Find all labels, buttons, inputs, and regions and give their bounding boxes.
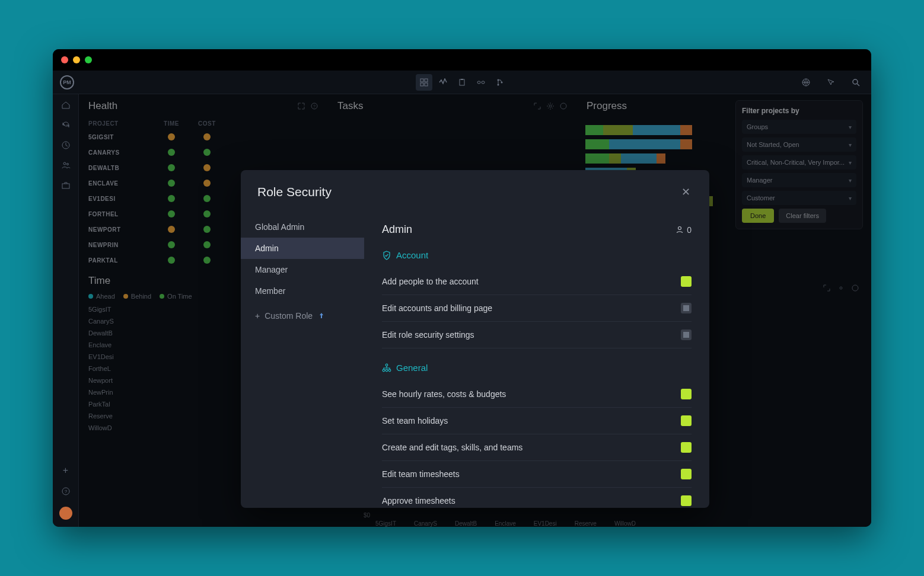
svg-point-14 <box>63 162 66 165</box>
permission-row: Add people to the account <box>382 268 692 295</box>
toolbar-right <box>798 74 864 91</box>
permission-checkbox[interactable] <box>681 329 692 340</box>
permission-checkbox[interactable] <box>681 415 692 426</box>
role-item[interactable]: Global Admin <box>241 216 364 238</box>
view-branch-icon[interactable] <box>492 74 508 91</box>
svg-rect-2 <box>420 83 423 86</box>
permission-checkbox[interactable] <box>681 495 692 506</box>
role-item[interactable]: Member <box>241 280 364 302</box>
modal-overlay: Role Security ✕ Global AdminAdminManager… <box>79 94 871 527</box>
svg-text:?: ? <box>64 489 67 494</box>
toolbar-center <box>416 74 508 91</box>
svg-point-29 <box>388 369 391 372</box>
svg-point-15 <box>66 164 68 165</box>
avatar[interactable] <box>59 507 72 520</box>
permission-label: Edit role security settings <box>382 330 474 340</box>
permission-label: Edit accounts and billing page <box>382 303 492 313</box>
role-item[interactable]: Manager <box>241 259 364 280</box>
view-activity-icon[interactable] <box>435 74 451 91</box>
main: + ? Health ? PROJECTTIMECOST5GIGSITCANAR… <box>53 94 871 527</box>
traffic-close[interactable] <box>61 56 68 63</box>
logo[interactable]: PM <box>60 75 74 89</box>
svg-rect-1 <box>425 79 428 82</box>
app-window: PM + ? <box>53 49 871 527</box>
general-section-title: General <box>382 363 692 373</box>
permission-row: Set team holidays <box>382 408 692 434</box>
permission-checkbox[interactable] <box>681 389 692 399</box>
people-icon[interactable] <box>61 161 71 170</box>
search-icon[interactable] <box>847 74 864 91</box>
role-detail: Admin 0 Account <box>364 212 709 508</box>
cursor-icon[interactable] <box>823 74 839 91</box>
permission-checkbox[interactable] <box>681 276 692 287</box>
svg-point-27 <box>383 369 385 372</box>
modal-title: Role Security <box>257 185 332 199</box>
custom-role-button[interactable]: +Custom Role <box>241 302 364 330</box>
permission-row: Edit team timesheets <box>382 461 692 488</box>
permission-row: Create and edit tags, skills, and teams <box>382 434 692 461</box>
refresh-icon[interactable] <box>61 120 71 130</box>
permission-label: Set team holidays <box>382 416 448 425</box>
mac-titlebar <box>53 49 871 71</box>
traffic-minimize[interactable] <box>73 56 80 63</box>
plus-icon: + <box>255 311 260 321</box>
globe-icon[interactable] <box>798 74 814 91</box>
content: Health ? PROJECTTIMECOST5GIGSITCANARYSDE… <box>79 94 871 527</box>
topbar: PM <box>53 71 871 94</box>
svg-rect-5 <box>461 79 463 80</box>
add-icon[interactable]: + <box>63 465 68 476</box>
help-icon[interactable]: ? <box>61 487 71 496</box>
selected-role-name: Admin <box>382 223 412 236</box>
briefcase-icon[interactable] <box>61 181 71 190</box>
svg-point-26 <box>385 364 388 366</box>
view-link-icon[interactable] <box>473 74 489 91</box>
permission-row: See hourly rates, costs & budgets <box>382 381 692 408</box>
permission-row: Approve timesheets <box>382 488 692 508</box>
permission-checkbox[interactable] <box>681 469 692 479</box>
svg-point-25 <box>678 226 681 229</box>
clock-icon[interactable] <box>61 140 71 150</box>
permission-checkbox[interactable] <box>681 303 692 313</box>
permission-label: See hourly rates, costs & budgets <box>382 389 506 399</box>
view-clipboard-icon[interactable] <box>454 74 470 91</box>
account-section-title: Account <box>382 250 692 260</box>
role-member-count: 0 <box>676 225 692 235</box>
svg-rect-4 <box>460 79 464 85</box>
org-icon <box>382 363 391 373</box>
svg-rect-7 <box>482 81 485 84</box>
svg-point-28 <box>385 369 388 372</box>
person-icon <box>676 226 684 234</box>
svg-rect-0 <box>420 79 423 82</box>
left-rail: + ? <box>53 94 79 527</box>
permission-row: Edit accounts and billing page <box>382 295 692 322</box>
role-list: Global AdminAdminManagerMember+Custom Ro… <box>241 212 364 508</box>
home-icon[interactable] <box>61 100 71 110</box>
svg-rect-6 <box>477 81 480 84</box>
shield-icon <box>382 251 391 260</box>
permission-label: Add people to the account <box>382 277 479 286</box>
permission-label: Edit team timesheets <box>382 469 460 479</box>
svg-rect-3 <box>425 83 428 86</box>
permission-label: Approve timesheets <box>382 496 455 505</box>
svg-rect-16 <box>62 184 69 188</box>
upgrade-icon <box>317 312 326 320</box>
permission-row: Edit role security settings <box>382 322 692 348</box>
role-item[interactable]: Admin <box>241 238 364 259</box>
permission-label: Create and edit tags, skills, and teams <box>382 443 522 452</box>
close-icon[interactable]: ✕ <box>679 183 693 201</box>
permission-checkbox[interactable] <box>681 442 692 453</box>
role-security-modal: Role Security ✕ Global AdminAdminManager… <box>241 170 709 508</box>
view-grid-icon[interactable] <box>416 74 432 91</box>
traffic-maximize[interactable] <box>85 56 92 63</box>
svg-point-12 <box>853 79 858 84</box>
